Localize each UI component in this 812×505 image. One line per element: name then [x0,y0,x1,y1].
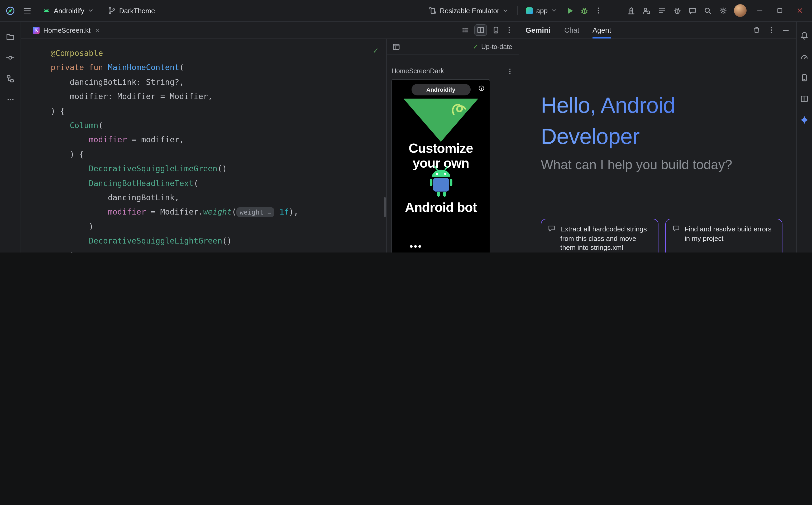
tab-close-icon[interactable]: × [95,26,100,34]
notifications-bell-icon[interactable] [797,25,812,46]
split-view-toggle[interactable] [474,24,487,36]
dots-decor [410,245,421,248]
device-explorer-icon[interactable] [797,67,812,88]
window-minimize-button[interactable] [753,4,767,17]
gemini-spark-icon[interactable] [797,109,812,130]
code-line[interactable]: modifier: Modifier = Modifier, [51,90,386,104]
gemini-subtitle: What can I help you build today? [541,157,775,172]
project-folder-icon[interactable] [0,26,21,47]
editor-scrollbar[interactable] [384,197,386,217]
gauge-icon[interactable] [797,46,812,67]
tab-agent[interactable]: Agent [592,22,611,38]
chevron-down-icon [88,7,94,14]
code-line[interactable]: } [51,248,386,252]
trash-icon[interactable] [752,26,761,34]
run-config-selector[interactable]: app [523,4,560,17]
code-line[interactable]: ) { [51,104,386,119]
preview-headline-1: Customize [392,141,490,156]
editor-split: @Composableprivate fun MainHomeContent( … [21,39,518,252]
code-line[interactable]: DancingBotHeadlineText( [51,176,386,191]
main-menu-icon[interactable] [23,6,32,15]
code-line[interactable]: DecorativeSquiggleLightGreen() [51,234,386,248]
layout-panels-icon[interactable] [797,88,812,109]
window-close-button[interactable] [793,4,807,17]
right-tool-strip [796,22,812,252]
editor-view-controls [461,24,513,36]
project-selector[interactable]: Androidify [39,4,97,17]
hide-panel-icon[interactable] [782,26,790,34]
titlebar-left: Androidify DarkTheme [5,4,158,17]
gemini-panel-title: Gemini [526,22,551,38]
code-editor-lines: @Composableprivate fun MainHomeContent( … [51,46,386,252]
branch-selector[interactable]: DarkTheme [105,4,158,17]
more-vertical-icon[interactable] [506,67,514,75]
branch-name: DarkTheme [119,7,155,14]
tab-chat[interactable]: Chat [564,22,579,38]
editor-tab-title: HomeScreen.kt [43,26,91,34]
editor-tab-homescreen[interactable]: K HomeScreen.kt × [29,22,103,38]
window-layout-icon[interactable] [392,42,400,51]
code-line[interactable]: Column( [51,119,386,133]
preview-toolbar: ✓ Up-to-date [387,39,518,55]
suggestion-card[interactable]: Extract all hardcoded strings from this … [541,219,658,252]
titlebar: Androidify DarkTheme Resizable Emulator … [0,0,812,22]
more-vertical-icon[interactable] [767,26,776,34]
run-config-name: app [536,7,548,14]
code-editor[interactable]: @Composableprivate fun MainHomeContent( … [21,39,386,252]
code-line[interactable]: dancingBotLink, [51,191,386,205]
project-name: Androidify [54,7,85,14]
check-icon: ✓ [473,43,479,51]
chat-bubble-icon [672,224,680,232]
android-head-icon [42,6,51,15]
chevron-down-icon [551,7,557,14]
gemini-panel: Gemini Chat Agent Hello, Android Develop… [518,22,796,252]
more-vertical-icon[interactable] [505,26,513,34]
android-studio-logo [5,6,15,16]
code-line[interactable]: dancingBotLink: String?, [51,75,386,90]
suggestion-card[interactable]: Find and resolve build errors in my proj… [665,219,783,252]
preview-name: HomeScreenDark [391,67,444,75]
suggestion-cards: Extract all hardcoded strings from this … [541,219,783,252]
gemini-greeting: Hello, Android Developer [541,90,775,152]
message-sync-icon[interactable] [688,6,697,15]
code-line[interactable]: DecorativeSquiggleLimeGreen() [51,162,386,176]
building-icon[interactable] [627,6,636,15]
debug-button[interactable] [580,6,589,15]
info-icon [478,85,485,92]
squiggle-decor [448,99,471,119]
settings-gear-icon[interactable] [719,6,727,15]
toolbar-divider [517,6,518,15]
more-actions-button[interactable] [594,6,602,15]
androidify-pill: Androidify [411,84,470,96]
design-view-icon[interactable] [492,26,500,34]
device-selector[interactable]: Resizable Emulator [425,4,512,17]
titlebar-right [627,4,807,17]
code-line[interactable]: private fun MainHomeContent( [51,61,386,75]
preview-headline-3: Android bot [392,200,490,215]
checklist-icon[interactable] [658,6,666,15]
compose-preview-panel: ✓ Up-to-date HomeScreenDark Androidify [386,39,518,252]
run-button[interactable] [566,6,575,15]
preview-list: HomeScreenDark Androidify Customize your… [387,55,518,252]
code-line[interactable]: ) { [51,147,386,162]
more-tools-icon[interactable] [0,89,21,110]
code-view-icon[interactable] [461,26,470,34]
commit-icon[interactable] [0,47,21,68]
search-person-icon[interactable] [642,6,651,15]
preview-homescreendark[interactable]: Androidify Customize your own Android bo… [391,79,490,252]
left-tool-strip [0,22,21,252]
code-line[interactable]: ) [51,219,386,234]
hierarchy-icon[interactable] [0,68,21,89]
main-area: K HomeScreen.kt × @Composableprivate fun… [0,22,812,252]
user-avatar[interactable] [734,4,746,17]
code-line[interactable]: modifier = Modifier.weight(weight = 1f), [51,205,386,220]
code-line[interactable]: modifier = modifier, [51,133,386,148]
window-maximize-button[interactable] [773,4,787,17]
editor-preview-area: K HomeScreen.kt × @Composableprivate fun… [21,22,518,252]
app-module-icon [526,7,533,14]
chat-bubble-icon [548,224,556,232]
inspections-ok-icon[interactable]: ✓ [373,46,379,55]
code-line[interactable]: @Composable [51,46,386,61]
search-icon[interactable] [703,6,712,15]
ladybug-icon[interactable] [673,6,682,15]
